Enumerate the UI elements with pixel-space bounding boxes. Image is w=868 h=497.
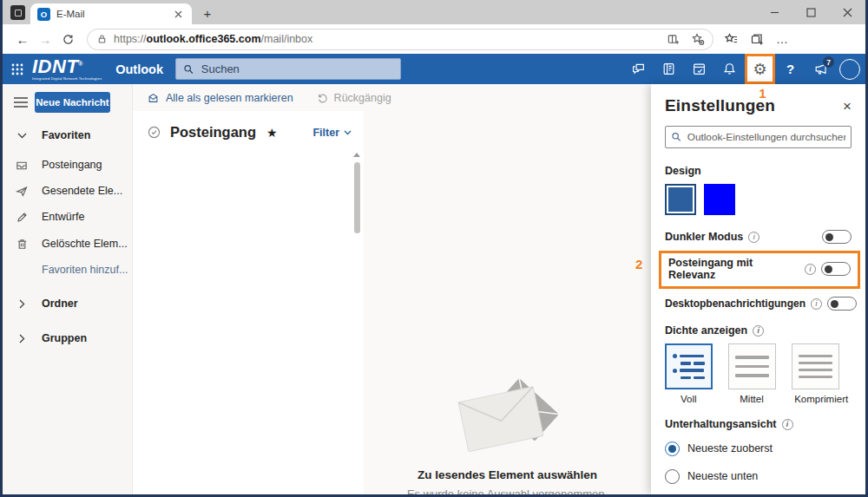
sidebar-section-folders[interactable]: Ordner [3, 295, 132, 312]
empty-title: Zu lesendes Element auswählen [364, 468, 651, 481]
close-settings-icon[interactable]: × [843, 99, 852, 114]
info-icon[interactable]: i [782, 419, 793, 430]
search-icon [671, 131, 682, 143]
focused-inbox-toggle[interactable] [821, 262, 851, 276]
notifications-label: Desktopbenachrichtigungen [665, 298, 806, 310]
url-text: https://outlook.office365.com/mail/inbox [114, 33, 657, 45]
density-option-full[interactable] [665, 343, 713, 389]
add-favorite-star-icon[interactable] [688, 29, 707, 49]
scrollbar[interactable] [353, 153, 360, 491]
settings-search[interactable] [665, 126, 852, 148]
window-controls [756, 0, 865, 24]
command-bar: Alle als gelesen markieren Rückgängig [133, 84, 651, 111]
chevron-down-icon [344, 130, 352, 135]
select-all-circle-check-icon[interactable] [147, 125, 161, 140]
pencil-icon [14, 211, 30, 224]
app-name: Outlook [115, 62, 163, 76]
whats-new-badge: 7 [823, 56, 834, 68]
browser-toolbar: ← → https://outlook.office365.com/mail/i… [3, 24, 865, 54]
info-icon[interactable]: i [805, 264, 816, 275]
favorite-star-icon[interactable]: ★ [266, 126, 278, 140]
conversation-label: Unterhaltungsansicht [665, 418, 777, 430]
new-tab-button[interactable]: + [197, 3, 218, 23]
focused-inbox-highlight: Posteingang mit Relevanz i [659, 251, 860, 289]
theme-swatches [665, 184, 852, 215]
sidebar-section-favorites[interactable]: Favoriten [3, 127, 132, 144]
chevron-right-icon [14, 334, 30, 343]
info-icon[interactable]: i [748, 232, 760, 243]
tab-close-icon[interactable] [171, 7, 185, 21]
sidebar-item-drafts[interactable]: Entwürfe [3, 208, 132, 226]
callout-step-2: 2 [635, 257, 642, 271]
minimize-button[interactable] [756, 0, 792, 24]
app-launcher-icon[interactable] [3, 54, 32, 84]
refresh-icon[interactable] [56, 28, 79, 50]
density-label-compact: Komprimiert [791, 394, 852, 404]
undo-icon [316, 92, 328, 104]
chevron-right-icon [14, 299, 30, 309]
search-input[interactable] [201, 62, 393, 75]
density-option-compact[interactable] [792, 343, 839, 389]
filter-button[interactable]: Filter [312, 127, 352, 139]
sidebar-item-sent[interactable]: Gesendete Ele... [3, 182, 132, 199]
app-area: Neue Nachricht Favoriten Posteingang [3, 84, 865, 494]
forward-icon: → [34, 28, 56, 50]
folder-pane: Neue Nachricht Favoriten Posteingang [3, 84, 133, 494]
scrollbar-up-arrow[interactable] [353, 153, 360, 157]
split-screen-icon[interactable] [663, 29, 682, 49]
theme-swatch-blue[interactable] [704, 184, 735, 215]
mark-all-read-button[interactable]: Alle als gelesen markieren [147, 92, 293, 104]
empty-subtitle: Es wurde keine Auswahl vorgenommen. [364, 487, 651, 497]
browser-menu-icon[interactable]: … [776, 32, 789, 46]
outlook-favicon-icon: O [37, 8, 50, 21]
radio-selected-icon[interactable] [665, 441, 680, 456]
workspaces-icon[interactable] [10, 5, 25, 20]
tab-title: E-Mail [56, 9, 165, 19]
dark-mode-row: Dunkler Modus i [665, 230, 852, 244]
radio-newest-on-top[interactable]: Neueste zuoberst [665, 439, 852, 458]
bell-icon[interactable] [714, 54, 745, 84]
radio-icon[interactable] [665, 469, 680, 484]
my-day-icon[interactable] [684, 54, 714, 84]
idnt-logo[interactable]: IDNT® Integrated Digital Network Technol… [32, 57, 102, 81]
dark-mode-toggle[interactable] [822, 230, 852, 244]
sidebar-section-groups[interactable]: Gruppen [3, 330, 132, 347]
sidebar-item-deleted[interactable]: Gelöschte Elem... [3, 235, 132, 252]
empty-state: Zu lesendes Element auswählen Es wurde k… [364, 369, 651, 497]
suite-search[interactable] [175, 58, 401, 80]
sidebar-add-favorite[interactable]: Favoriten hinzuf... [3, 261, 132, 278]
hamburger-icon[interactable] [11, 93, 30, 112]
density-label-full: Voll [665, 394, 713, 404]
notifications-toggle[interactable] [827, 297, 857, 311]
new-message-button[interactable]: Neue Nachricht [35, 92, 110, 113]
inbox-icon [14, 159, 30, 172]
radio-newest-on-bottom[interactable]: Neueste unten [665, 467, 852, 486]
settings-panel: Einstellungen × Design Dunkler Modus i [651, 84, 865, 494]
send-icon [14, 185, 30, 198]
help-icon[interactable]: ? [775, 54, 806, 84]
tab-email[interactable]: O E-Mail [30, 3, 192, 24]
settings-gear-icon[interactable]: ⚙ [745, 54, 775, 84]
density-options [665, 343, 852, 389]
favorites-bar-icon[interactable] [724, 32, 738, 46]
whats-new-megaphone-icon[interactable]: 7 [806, 54, 836, 84]
chat-icon[interactable] [623, 54, 654, 84]
undo-button: Rückgängig [316, 92, 391, 104]
info-icon[interactable]: i [753, 325, 764, 337]
message-list-pane: Posteingang ★ Filter [133, 111, 364, 494]
theme-swatch-selected[interactable] [665, 184, 696, 215]
address-bar[interactable]: https://outlook.office365.com/mail/inbox [87, 29, 713, 50]
back-icon[interactable]: ← [11, 28, 34, 50]
collections-icon[interactable] [750, 32, 764, 46]
density-option-medium[interactable] [728, 343, 776, 389]
close-window-button[interactable] [829, 0, 865, 24]
maximize-button[interactable] [792, 0, 829, 24]
scrollbar-thumb[interactable] [354, 162, 360, 233]
settings-search-input[interactable] [687, 131, 845, 143]
notes-feed-icon[interactable] [654, 54, 684, 84]
info-icon[interactable]: i [811, 298, 822, 310]
focused-inbox-row: Posteingang mit Relevanz i [668, 257, 851, 281]
sidebar-item-inbox[interactable]: Posteingang [3, 156, 132, 173]
main-area: Alle als gelesen markieren Rückgängig [133, 84, 651, 494]
avatar[interactable] [839, 59, 860, 80]
